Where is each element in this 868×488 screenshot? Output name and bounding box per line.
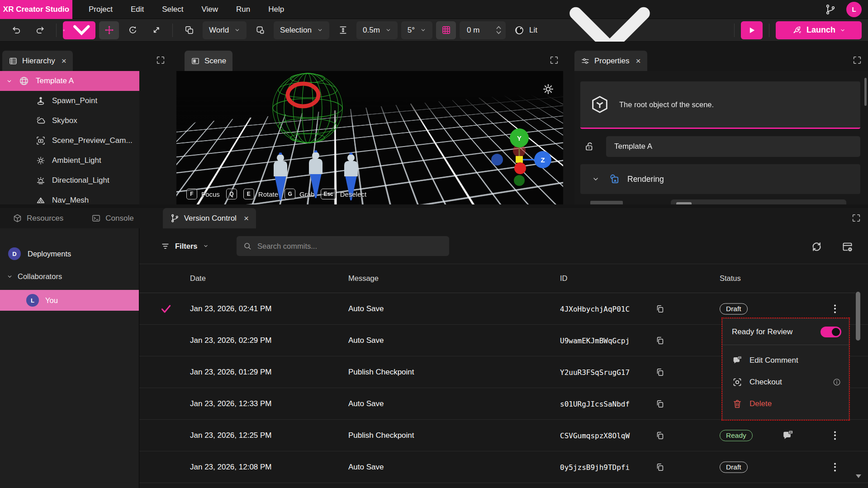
hierarchy-panel: Hierarchy × Template A Spawn_Point Skybo… — [0, 42, 172, 204]
close-icon[interactable]: × — [244, 213, 249, 223]
row-menu-kebab-icon[interactable] — [830, 431, 840, 440]
row-menu-kebab-icon[interactable] — [830, 304, 840, 313]
context-menu-item-edit-comment[interactable]: Edit Comment — [723, 350, 849, 371]
play-button[interactable] — [741, 21, 763, 39]
menu-item-project[interactable]: Project — [89, 5, 113, 14]
stepper-arrows-icon[interactable] — [496, 26, 501, 34]
scroll-down-arrow-icon[interactable] — [856, 474, 861, 478]
move-tool-button[interactable] — [99, 21, 119, 39]
copy-id-icon[interactable] — [655, 461, 667, 473]
scale-tool-button[interactable] — [146, 21, 166, 39]
menu-item-icon — [732, 355, 743, 366]
redo-button[interactable] — [30, 21, 50, 39]
world-space-dropdown[interactable]: World — [203, 21, 247, 39]
context-menu-item-delete[interactable]: Delete — [723, 393, 849, 415]
commit-row[interactable]: Jan 23, 2026, 12:08 PM Auto Save 0y5jzsB… — [139, 451, 868, 483]
filters-button[interactable]: Filters — [161, 237, 209, 256]
bottom-tab-bar: Resources Console Version Control × — [0, 208, 868, 228]
user-avatar[interactable]: L — [846, 2, 862, 17]
column-date: Date — [190, 274, 206, 283]
undo-button[interactable] — [6, 21, 26, 39]
tool-picker-button[interactable] — [63, 21, 95, 39]
tab-properties[interactable]: Properties × — [574, 51, 647, 71]
refresh-icon[interactable] — [808, 238, 825, 255]
commit-row[interactable]: Jan 23, 2026, 12:25 PM Publish Checkpoin… — [139, 420, 868, 451]
hierarchy-item-skybox[interactable]: Skybox — [0, 111, 139, 131]
tab-resources[interactable]: Resources — [5, 208, 71, 228]
elevation-stepper[interactable]: 0 m — [460, 21, 506, 39]
sidebar-item-collaborators[interactable]: Collaborators — [0, 268, 139, 284]
tab-scene[interactable]: Scene — [185, 51, 232, 71]
menu-item-view[interactable]: View — [201, 5, 218, 14]
context-menu-item-checkout[interactable]: Checkout — [723, 371, 849, 393]
scene-viewport[interactable]: Y Z F Focus Q E Rotate G Grab Esc Desele… — [176, 71, 563, 204]
rendering-section-header[interactable]: Rendering — [580, 164, 860, 194]
selection-mode-dropdown[interactable]: Selection — [274, 21, 329, 39]
hierarchy-item-scene_preview_cam...[interactable]: Scene_Preview_Cam... — [0, 131, 139, 151]
fullscreen-icon[interactable] — [156, 55, 166, 65]
grid-snap-button[interactable] — [436, 21, 456, 39]
version-control-sidebar: D Deployments Collaborators L You — [0, 228, 139, 488]
commit-message: Auto Save — [348, 336, 384, 345]
info-icon[interactable] — [832, 378, 841, 387]
sidebar-item-deployments[interactable]: D Deployments — [0, 243, 139, 264]
hierarchy-item-root[interactable]: Template A — [0, 71, 139, 91]
commit-message: Publish Checkpoint — [348, 431, 414, 440]
table-scrollbar[interactable] — [856, 292, 860, 341]
hierarchy-item-directional_light[interactable]: Directional_Light — [0, 171, 139, 190]
ready-for-review-row[interactable]: Ready for Review — [723, 319, 849, 345]
root-description-card: The root object of the scene. — [580, 81, 860, 129]
search-commits-box[interactable] — [237, 236, 449, 256]
version-control-icon[interactable] — [825, 4, 836, 15]
scene-settings-gear-icon[interactable] — [542, 83, 555, 95]
app-title[interactable]: XR Creator Studio — [0, 0, 72, 19]
hierarchy-item-spawn_point[interactable]: Spawn_Point — [0, 91, 139, 111]
chevron-down-icon[interactable] — [6, 78, 12, 84]
fullscreen-icon[interactable] — [851, 213, 861, 223]
menu-item-run[interactable]: Run — [236, 5, 250, 14]
menu-item-edit[interactable]: Edit — [131, 5, 144, 14]
copy-id-icon[interactable] — [655, 303, 667, 315]
copy-id-icon[interactable] — [655, 366, 667, 378]
copy-id-icon[interactable] — [655, 430, 667, 441]
sidebar-item-you[interactable]: L You — [0, 290, 139, 311]
hierarchy-item-nav_mesh[interactable]: Nav_Mesh — [0, 190, 139, 204]
key-cap: F — [186, 189, 197, 199]
menu-item-help[interactable]: Help — [268, 5, 284, 14]
close-icon[interactable]: × — [636, 57, 640, 65]
move-snap-dropdown[interactable]: 0.5m — [356, 21, 398, 39]
launch-button[interactable]: Launch — [776, 21, 862, 39]
shortcut-hint: G Grab — [285, 189, 314, 199]
copy-id-icon[interactable] — [655, 335, 667, 346]
selection-shape-icon[interactable] — [250, 21, 270, 39]
xr-creator-studio-window: XR Creator Studio ProjectEditSelectViewR… — [0, 0, 868, 488]
height-snap-icon[interactable] — [333, 21, 353, 39]
rotate-snap-dropdown[interactable]: 5° — [401, 21, 432, 39]
chevron-down-icon[interactable] — [592, 175, 599, 183]
object-name-field[interactable] — [606, 136, 860, 157]
row-menu-kebab-icon[interactable] — [830, 463, 840, 471]
comment-indicator-icon[interactable] — [782, 429, 795, 442]
tab-console[interactable]: Console — [84, 208, 141, 228]
tab-hierarchy[interactable]: Hierarchy × — [2, 51, 73, 71]
commit-date: Jan 23, 2026, 01:29 PM — [190, 368, 272, 377]
copy-id-icon[interactable] — [655, 398, 667, 410]
hierarchy-item-ambient_light[interactable]: Ambient_Light — [0, 151, 139, 171]
close-icon[interactable]: × — [62, 57, 66, 65]
shading-mode-dropdown[interactable]: Lit — [509, 21, 682, 39]
search-commits-input[interactable] — [257, 242, 443, 251]
fullscreen-icon[interactable] — [549, 55, 559, 65]
properties-scrollbar[interactable] — [864, 78, 867, 106]
commit-settings-icon[interactable] — [839, 238, 856, 255]
camera-icon — [35, 135, 46, 146]
menu-item-select[interactable]: Select — [162, 5, 183, 14]
chevron-down-icon — [68, 16, 95, 44]
transform-space-icon[interactable] — [179, 21, 199, 39]
chevron-down-icon[interactable] — [7, 274, 13, 280]
lock-open-icon[interactable] — [584, 141, 595, 152]
fullscreen-icon[interactable] — [852, 55, 862, 65]
tab-version-control[interactable]: Version Control × — [163, 208, 256, 228]
ready-for-review-toggle[interactable] — [821, 327, 841, 337]
scene-3d-objects: Y Z — [176, 71, 563, 204]
rotate-tool-button[interactable] — [123, 21, 142, 39]
